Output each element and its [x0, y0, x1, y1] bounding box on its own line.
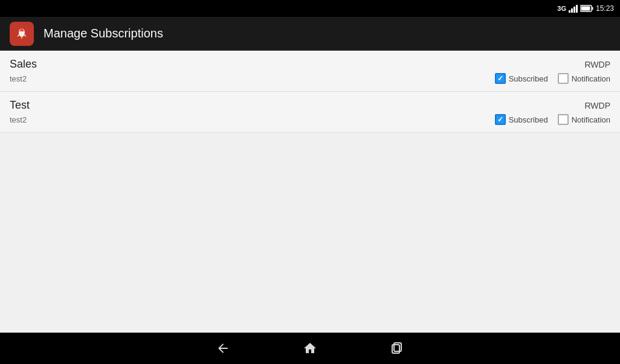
subscription-sales-checkboxes: Subscribed Notification	[495, 73, 610, 84]
subscription-sales-header: Sales RWDP	[10, 58, 610, 71]
notification-checkbox-unchecked-sales[interactable]	[558, 73, 569, 84]
nav-bar	[0, 333, 620, 364]
notification-label-test: Notification	[572, 115, 610, 124]
home-icon	[303, 341, 317, 356]
rocket-icon	[13, 25, 30, 42]
recents-icon	[390, 341, 404, 356]
notification-checkbox-sales[interactable]: Notification	[558, 73, 610, 84]
app-bar: Manage Subscriptions	[0, 17, 620, 51]
subscribed-checkbox-test[interactable]: Subscribed	[495, 114, 548, 125]
back-icon	[216, 341, 230, 356]
status-bar: 3G 15:23	[0, 0, 620, 17]
subscription-sales-code: RWDP	[584, 60, 610, 69]
subscribed-label-sales: Subscribed	[509, 74, 548, 83]
notification-checkbox-test[interactable]: Notification	[558, 114, 610, 125]
svg-rect-2	[581, 7, 590, 11]
subscription-sales-footer: test2 Subscribed Notification	[10, 73, 610, 84]
battery-icon	[580, 5, 593, 12]
subscription-test-checkboxes: Subscribed Notification	[495, 114, 610, 125]
app-icon	[10, 22, 34, 46]
subscription-test-header: Test RWDP	[10, 99, 610, 112]
subscription-test-footer: test2 Subscribed Notification	[10, 114, 610, 125]
back-button[interactable]	[216, 341, 230, 356]
subscription-sales-name: Sales	[10, 58, 37, 71]
main-content: Sales RWDP test2 Subscribed Notification…	[0, 51, 620, 333]
signal-icon	[569, 4, 578, 13]
subscription-item-sales: Sales RWDP test2 Subscribed Notification	[0, 51, 620, 92]
subscription-test-subtext: test2	[10, 115, 27, 124]
subscribed-checkbox-sales[interactable]: Subscribed	[495, 73, 548, 84]
network-type-label: 3G	[557, 5, 566, 12]
notification-label-sales: Notification	[572, 74, 610, 83]
time-display: 15:23	[596, 4, 614, 13]
subscribed-checkbox-checked-sales[interactable]	[495, 73, 506, 84]
subscribed-label-test: Subscribed	[509, 115, 548, 124]
subscription-sales-subtext: test2	[10, 74, 27, 83]
status-icons: 3G 15:23	[557, 4, 614, 13]
notification-checkbox-unchecked-test[interactable]	[558, 114, 569, 125]
subscription-test-code: RWDP	[584, 101, 610, 110]
recents-button[interactable]	[390, 341, 404, 356]
subscription-item-test: Test RWDP test2 Subscribed Notification	[0, 92, 620, 133]
subscribed-checkbox-checked-test[interactable]	[495, 114, 506, 125]
svg-rect-1	[592, 7, 593, 10]
app-title: Manage Subscriptions	[44, 27, 163, 40]
subscription-test-name: Test	[10, 99, 30, 112]
home-button[interactable]	[303, 341, 317, 356]
